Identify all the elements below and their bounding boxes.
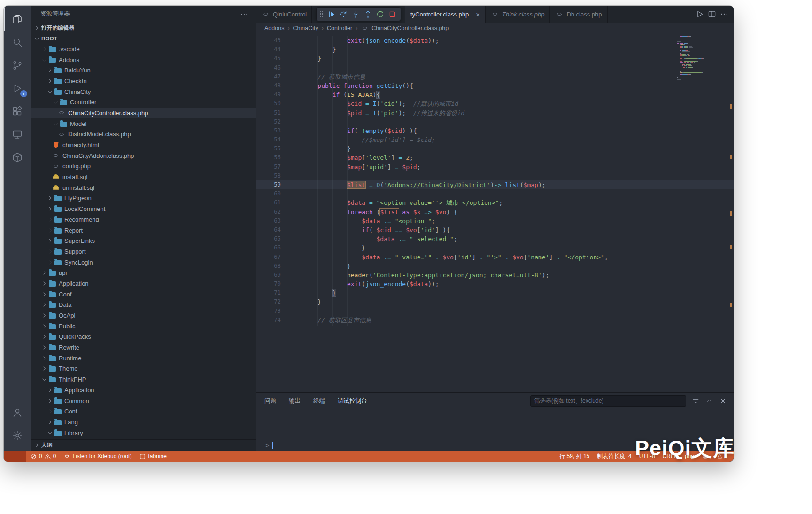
- code-line[interactable]: 49 if (IS_AJAX){: [256, 90, 734, 99]
- code-line[interactable]: 48 public function getCity(){: [256, 81, 734, 90]
- more-actions-icon[interactable]: [719, 9, 729, 19]
- tree-item[interactable]: FlyPigeon: [31, 193, 256, 204]
- activity-docker[interactable]: [4, 146, 31, 169]
- activity-accounts[interactable]: [4, 401, 31, 424]
- tree-item[interactable]: Runtime: [31, 353, 256, 364]
- panel-tab-终端[interactable]: 终端: [313, 393, 325, 409]
- tree-item[interactable]: Conf: [31, 406, 256, 417]
- tree-item[interactable]: Common: [31, 396, 256, 406]
- breadcrumb-item[interactable]: Controller: [327, 25, 352, 31]
- close-panel-icon[interactable]: [719, 397, 727, 405]
- tree-item[interactable]: ThinkPHP: [31, 374, 256, 385]
- code-line[interactable]: 61 $data = "<option value=''>-城市-</optio…: [256, 198, 734, 207]
- tree-item[interactable]: Recommend: [31, 214, 256, 225]
- tree-item[interactable]: api: [31, 267, 256, 278]
- activity-run-and-debug[interactable]: 1: [4, 77, 31, 100]
- activity-settings[interactable]: [4, 424, 31, 447]
- status-feedback[interactable]: [698, 451, 712, 462]
- activity-extensions[interactable]: [4, 100, 31, 123]
- status-problems[interactable]: 00: [26, 451, 60, 462]
- step-into-button[interactable]: [350, 8, 361, 20]
- tree-item[interactable]: DistrictModel.class.php: [31, 129, 256, 140]
- status-indentation[interactable]: 制表符长度: 4: [593, 451, 635, 462]
- tree-item[interactable]: uninstall.sql: [31, 182, 256, 193]
- step-out-button[interactable]: [362, 8, 373, 20]
- status-language-mode[interactable]: php: [681, 451, 698, 462]
- code-line[interactable]: 68 }: [256, 262, 734, 271]
- tab-qiniucontrol[interactable]: QiniuControl: [256, 6, 312, 23]
- tree-item[interactable]: Public: [31, 321, 256, 332]
- code-line[interactable]: 47 // 获取城市信息: [256, 72, 734, 81]
- activity-search[interactable]: [4, 31, 31, 54]
- root-section[interactable]: ROOT: [31, 33, 256, 44]
- code-line[interactable]: 50 $cid = I('cid'); //默认的城市id: [256, 99, 734, 108]
- breadcrumb-item[interactable]: Addons: [264, 25, 284, 31]
- tree-item[interactable]: Support: [31, 246, 256, 257]
- tree-item[interactable]: Library: [31, 428, 256, 438]
- code-line[interactable]: 58: [256, 171, 734, 180]
- code-line[interactable]: 60: [256, 189, 734, 198]
- status-tabnine[interactable]: tabnine: [135, 451, 170, 462]
- code-line[interactable]: 67 $data .= " value='" . $vo['id'] . "'>…: [256, 253, 734, 262]
- breadcrumb-item[interactable]: ChinaCityController.class.php: [361, 25, 449, 31]
- tree-item[interactable]: Application: [31, 385, 256, 396]
- status-encoding[interactable]: UTF-8: [635, 451, 659, 462]
- tree-item[interactable]: install.sql: [31, 171, 256, 182]
- tree-item[interactable]: SyncLogin: [31, 257, 256, 268]
- filter-lines-icon[interactable]: [692, 397, 700, 405]
- tree-item[interactable]: ChinaCityController.class.php: [31, 108, 256, 118]
- panel-tab-输出[interactable]: 输出: [289, 393, 301, 409]
- split-editor-icon[interactable]: [707, 9, 717, 19]
- code-line[interactable]: 71 }: [256, 288, 734, 297]
- code-line[interactable]: 66 }: [256, 243, 734, 252]
- tree-item[interactable]: Controller: [31, 97, 256, 108]
- code-line[interactable]: 64 if( $cid == $vo['id'] ){: [256, 226, 734, 234]
- code-line[interactable]: 52: [256, 117, 734, 126]
- step-over-button[interactable]: [338, 8, 349, 20]
- code-line[interactable]: 59 $list = D('Addons://ChinaCity/Distric…: [256, 180, 734, 189]
- code-line[interactable]: 55 }: [256, 144, 734, 153]
- code-line[interactable]: 51 $pid = I('pid'); //传过来的省份id: [256, 109, 734, 117]
- activity-source-control[interactable]: [4, 54, 31, 77]
- stop-button[interactable]: [387, 8, 398, 20]
- minimap[interactable]: [675, 36, 728, 81]
- activity-explorer[interactable]: [4, 8, 31, 31]
- close-icon[interactable]: ×: [476, 11, 480, 18]
- breadcrumb-item[interactable]: ChinaCity: [293, 25, 318, 31]
- maximize-panel-icon[interactable]: [705, 397, 713, 405]
- tree-item[interactable]: chinacity.html: [31, 140, 256, 150]
- code-line[interactable]: 74 // 获取区县市信息: [256, 316, 734, 325]
- tree-item[interactable]: Rewrite: [31, 342, 256, 353]
- code-line[interactable]: 65 $data .= " selected ";: [256, 234, 734, 243]
- code-line[interactable]: 63 $data .= "<option ";: [256, 217, 734, 226]
- status-cursor-position[interactable]: 行 59, 列 15: [556, 451, 593, 462]
- code-line[interactable]: 70 exit(json_encode($data));: [256, 280, 734, 288]
- debug-console-output[interactable]: [256, 409, 734, 440]
- code-line[interactable]: 54 //$map['id'] = $cid;: [256, 135, 734, 144]
- tab-think-class-php[interactable]: Think.class.php: [486, 6, 550, 23]
- status-debug-listen[interactable]: Listen for Xdebug (root): [60, 451, 135, 462]
- tree-item[interactable]: Data: [31, 300, 256, 311]
- tree-item[interactable]: Addons: [31, 55, 256, 65]
- code-line[interactable]: 62 foreach ($list as $k => $vo) {: [256, 208, 734, 217]
- tree-item[interactable]: Report: [31, 225, 256, 236]
- tree-item[interactable]: SuperLinks: [31, 235, 256, 246]
- panel-tab-调试控制台[interactable]: 调试控制台: [338, 393, 367, 409]
- tree-item[interactable]: Application: [31, 278, 256, 289]
- code-line[interactable]: 44 }: [256, 45, 734, 54]
- code-line[interactable]: 72 }: [256, 297, 734, 306]
- tree-item[interactable]: config.php: [31, 161, 256, 172]
- code-line[interactable]: 45 }: [256, 54, 734, 63]
- tree-item[interactable]: Lang: [31, 417, 256, 428]
- tree-item[interactable]: ChinaCityAddon.class.php: [31, 150, 256, 161]
- code-line[interactable]: 57 $map['upid'] = $pid;: [256, 163, 734, 171]
- remote-indicator[interactable]: [4, 451, 26, 462]
- code-line[interactable]: 69 header('Content-Type:application/json…: [256, 271, 734, 280]
- run-or-debug-icon[interactable]: [695, 9, 704, 19]
- code-line[interactable]: 43 exit(json_encode($data));: [256, 36, 734, 45]
- open-editors-section[interactable]: 打开的编辑器: [31, 22, 256, 33]
- outline-section[interactable]: 大纲: [31, 439, 256, 451]
- tree-item[interactable]: Model: [31, 118, 256, 129]
- tree-item[interactable]: LocalComment: [31, 203, 256, 214]
- tree-item[interactable]: QuickPacks: [31, 332, 256, 343]
